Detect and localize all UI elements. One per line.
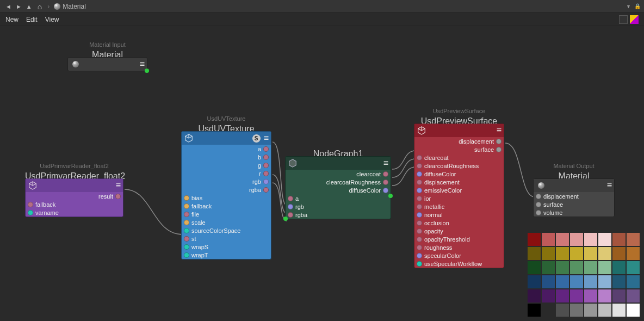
hamburger-icon[interactable]: ≡	[383, 158, 388, 168]
swatch[interactable]	[542, 261, 555, 274]
port-dot-icon[interactable]	[383, 171, 388, 177]
port-rgb[interactable]: rgb	[182, 177, 271, 186]
chevron-down-icon[interactable]: ▼	[626, 4, 631, 9]
port-fallback[interactable]: fallback	[26, 200, 123, 208]
port-sourceColorSpace[interactable]: sourceColorSpace	[182, 226, 271, 234]
swatch[interactable]	[542, 233, 555, 246]
hamburger-icon[interactable]: ≡	[140, 59, 145, 69]
port-volume[interactable]: volume	[534, 208, 614, 217]
port-dot-icon[interactable]	[536, 202, 541, 207]
port-dot-icon[interactable]	[184, 195, 189, 201]
menu-view[interactable]: View	[45, 16, 59, 23]
swatch[interactable]	[627, 233, 640, 246]
swatch[interactable]	[556, 261, 569, 274]
port-dot-icon[interactable]	[417, 155, 422, 160]
hamburger-icon[interactable]: ≡	[116, 181, 121, 190]
port-dot-icon[interactable]	[417, 212, 422, 218]
swatch[interactable]	[570, 304, 583, 317]
port-dot-icon[interactable]	[383, 188, 388, 193]
port-dot-icon[interactable]	[417, 171, 422, 177]
swatch[interactable]	[584, 304, 597, 317]
port-dot-icon[interactable]	[496, 139, 501, 144]
node-material-input[interactable]: ≡	[67, 57, 147, 71]
menu-new[interactable]: New	[5, 16, 18, 23]
port-surface[interactable]: surface	[534, 200, 614, 208]
swatch[interactable]	[528, 233, 541, 246]
node-primvar-reader[interactable]: ≡ result fallbackvarname	[25, 178, 123, 217]
port-wrapT[interactable]: wrapT	[182, 251, 271, 259]
port-dot-icon[interactable]	[417, 261, 422, 267]
color-icon[interactable]	[630, 15, 639, 24]
nav-up-icon[interactable]: ▲	[26, 3, 32, 10]
port-dot-icon[interactable]	[288, 212, 293, 218]
hamburger-icon[interactable]: ≡	[264, 133, 269, 143]
port-dot-icon[interactable]	[115, 194, 121, 199]
swatch[interactable]	[542, 247, 555, 260]
swatch[interactable]	[528, 275, 541, 288]
port-opacityThreshold[interactable]: opacityThreshold	[414, 235, 504, 243]
swatch[interactable]	[598, 233, 611, 246]
swatch[interactable]	[570, 247, 583, 260]
swatch[interactable]	[627, 261, 640, 274]
port-dot-icon[interactable]	[184, 228, 189, 233]
port-surface[interactable]: surface	[414, 145, 504, 153]
port-diffuseColor[interactable]: diffuseColor	[414, 170, 504, 178]
swatch[interactable]	[627, 247, 640, 260]
swatch[interactable]	[598, 289, 611, 303]
swatch[interactable]	[542, 275, 555, 288]
port-clearcoatRoughness[interactable]: clearcoatRoughness	[414, 162, 504, 170]
port-displacement[interactable]: displacement	[414, 178, 504, 186]
swatch[interactable]	[598, 247, 611, 260]
port-clearcoat[interactable]: clearcoat	[286, 170, 391, 178]
port-dot-icon[interactable]	[536, 194, 541, 199]
window-icon[interactable]	[619, 15, 628, 24]
swatch[interactable]	[528, 304, 541, 317]
port-useSpecularWorkflow[interactable]: useSpecularWorkflow	[414, 260, 504, 268]
port-dot-icon[interactable]	[263, 179, 269, 184]
port-varname[interactable]: varname	[26, 208, 123, 217]
port-dot-icon[interactable]	[417, 188, 422, 193]
swatch[interactable]	[584, 233, 597, 246]
port-scale[interactable]: scale	[182, 218, 271, 226]
port-dot-icon[interactable]	[263, 187, 269, 193]
swatch[interactable]	[584, 261, 597, 274]
port-dot-icon[interactable]	[417, 245, 422, 250]
port-dot-icon[interactable]	[263, 171, 269, 176]
pass-through-port[interactable]	[388, 194, 393, 198]
swatch[interactable]	[556, 247, 569, 260]
port-opacity[interactable]: opacity	[414, 227, 504, 235]
swatch[interactable]	[528, 247, 541, 260]
port-normal[interactable]: normal	[414, 211, 504, 219]
swatch[interactable]	[598, 261, 611, 274]
port-specularColor[interactable]: specularColor	[414, 251, 504, 260]
swatch[interactable]	[612, 261, 626, 274]
port-emissiveColor[interactable]: emissiveColor	[414, 186, 504, 194]
nav-fwd-icon[interactable]: ►	[16, 3, 22, 10]
swatch[interactable]	[612, 275, 626, 288]
lock-icon[interactable]: 🔒	[634, 3, 641, 9]
swatch[interactable]	[542, 289, 555, 303]
port-dot-icon[interactable]	[288, 196, 293, 201]
port-dot-icon[interactable]	[417, 253, 422, 258]
port-dot-icon[interactable]	[417, 180, 422, 185]
port-displacement[interactable]: displacement	[414, 137, 504, 145]
node-graph-canvas[interactable]: Material Input Material ≡ UsdPrimvarRead…	[0, 26, 644, 321]
port-a[interactable]: a	[182, 145, 271, 153]
port-dot-icon[interactable]	[28, 202, 33, 207]
swatch[interactable]	[570, 275, 583, 288]
breadcrumb-title[interactable]: Material	[63, 3, 86, 10]
swatch[interactable]	[528, 289, 541, 303]
node-material-output[interactable]: ≡ displacementsurfacevolume	[533, 178, 615, 217]
node-uv-texture[interactable]: S ≡ abgrrgbrgba biasfallbackfilescalesou…	[181, 131, 271, 260]
swatch[interactable]	[556, 289, 569, 303]
port-st[interactable]: st	[182, 234, 271, 243]
port-dot-icon[interactable]	[184, 212, 189, 217]
port-roughness[interactable]: roughness	[414, 243, 504, 251]
swatch[interactable]	[570, 289, 583, 303]
nav-back-icon[interactable]: ◄	[5, 3, 11, 10]
port-dot-icon[interactable]	[263, 146, 269, 152]
port-dot-icon[interactable]	[417, 237, 422, 242]
swatch[interactable]	[556, 275, 569, 288]
port-clearcoatRoughness[interactable]: clearcoatRoughness	[286, 178, 391, 186]
port-rgba[interactable]: rgba	[182, 186, 271, 194]
